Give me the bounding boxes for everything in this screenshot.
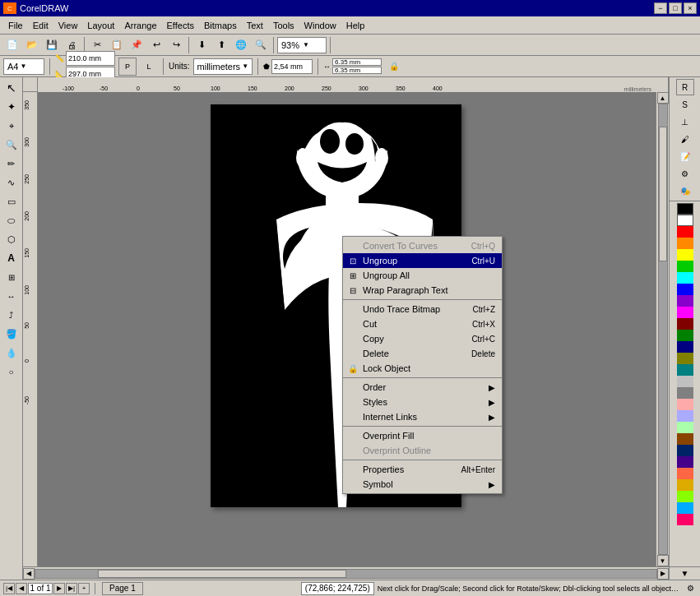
rt-btn-2[interactable]: S [676, 96, 694, 113]
swatch-coral[interactable] [677, 468, 693, 479]
menu-window[interactable]: Window [299, 19, 341, 32]
ctx-styles[interactable]: Styles ▶ [343, 395, 502, 409]
scroll-thumb-h[interactable] [98, 570, 346, 578]
swatch-darkgreen[interactable] [677, 330, 693, 341]
menu-effects[interactable]: Effects [162, 19, 199, 32]
swatch-teal[interactable] [677, 364, 693, 376]
page-tab[interactable]: Page 1 [102, 582, 143, 595]
scale-x-input[interactable]: 6.35 mm [332, 58, 382, 66]
swatch-purple[interactable] [677, 295, 693, 307]
scroll-track-h[interactable] [35, 569, 657, 579]
swatch-black[interactable] [677, 203, 693, 215]
scroll-left-button[interactable]: ◀ [23, 568, 35, 580]
ctx-overprint-outline[interactable]: Overprint Outline [343, 443, 502, 458]
swatch-lime[interactable] [677, 491, 693, 502]
freehand-tool[interactable]: ✏ [2, 155, 21, 173]
export-button[interactable]: ⬆ [212, 36, 230, 54]
next-page-button[interactable]: ▶ [53, 583, 65, 594]
rt-btn-5[interactable]: 📝 [676, 148, 694, 164]
ctx-ungroup-all[interactable]: ⊞ Ungroup All [343, 268, 502, 283]
swatch-aqua[interactable] [677, 502, 693, 514]
ctx-internet-links[interactable]: Internet Links ▶ [343, 409, 502, 424]
vertical-scrollbar[interactable]: ▲ ▼ [656, 92, 669, 566]
first-page-button[interactable]: |◀ [3, 583, 15, 594]
swatch-gold[interactable] [677, 479, 693, 491]
page-size-dropdown[interactable]: A4 ▼ [3, 58, 44, 75]
add-page-button[interactable]: + [78, 583, 90, 594]
units-dropdown[interactable]: millimeters ▼ [193, 58, 253, 75]
scroll-up-button[interactable]: ▲ [657, 92, 669, 104]
lock-ratio-button[interactable]: 🔒 [385, 58, 403, 76]
rt-btn-4[interactable]: 🖌 [676, 131, 694, 147]
ctx-delete[interactable]: Delete Delete [343, 346, 502, 361]
menu-arrange[interactable]: Arrange [119, 19, 161, 32]
swatch-green[interactable] [677, 261, 693, 272]
rt-btn-3[interactable]: ⊥ [676, 113, 694, 130]
swatch-lightgreen[interactable] [677, 422, 693, 433]
ctx-properties[interactable]: Properties Alt+Enter [343, 462, 502, 477]
zoom-dropdown[interactable]: 93% ▼ [277, 37, 327, 53]
last-page-button[interactable]: ▶| [66, 583, 77, 594]
menu-layout[interactable]: Layout [82, 19, 119, 32]
swatch-pink[interactable] [677, 399, 693, 410]
swatch-yellow[interactable] [677, 249, 693, 261]
swatch-magenta[interactable] [677, 307, 693, 318]
close-button[interactable]: × [684, 2, 697, 14]
scroll-right-button[interactable]: ▶ [657, 568, 669, 580]
scroll-down-button[interactable]: ▼ [657, 555, 669, 566]
scale-y-input[interactable]: 6.35 mm [332, 67, 382, 74]
connector-tool[interactable]: ⤴ [2, 306, 21, 324]
shape-tool[interactable]: ✦ [2, 98, 21, 116]
swatches-scroll-down[interactable]: ▼ [670, 566, 700, 580]
outline-tool[interactable]: ○ [2, 363, 21, 381]
landscape-button[interactable]: L [140, 58, 158, 76]
ctx-convert-to-curves[interactable]: Convert To Curves Ctrl+Q [343, 238, 502, 253]
menu-bitmaps[interactable]: Bitmaps [199, 19, 242, 32]
minimize-button[interactable]: − [654, 2, 667, 14]
prev-page-button[interactable]: ◀ [16, 583, 27, 594]
rect-tool[interactable]: ▭ [2, 192, 21, 210]
rt-btn-7[interactable]: 🎭 [676, 182, 694, 199]
rt-btn-6[interactable]: ⚙ [676, 165, 694, 182]
open-button[interactable]: 📂 [23, 36, 41, 54]
ctx-ungroup[interactable]: ⊡ Ungroup Ctrl+U [343, 253, 502, 268]
ctx-undo-trace[interactable]: Undo Trace Bitmap Ctrl+Z [343, 302, 502, 316]
undo-button[interactable]: ↩ [147, 36, 165, 54]
menu-view[interactable]: View [53, 19, 83, 32]
swatch-blue[interactable] [677, 284, 693, 295]
ctx-cut[interactable]: Cut Ctrl+X [343, 316, 502, 331]
menu-edit[interactable]: Edit [28, 19, 53, 32]
maximize-button[interactable]: □ [669, 2, 682, 14]
select-tool[interactable]: ↖ [2, 79, 21, 97]
ctx-order[interactable]: Order ▶ [343, 380, 502, 395]
zoom-in-button[interactable]: 🔍 [252, 36, 270, 54]
ctx-symbol[interactable]: Symbol ▶ [343, 477, 502, 492]
polygon-tool[interactable]: ⬡ [2, 230, 21, 248]
dimension-tool[interactable]: ↔ [2, 287, 21, 305]
swatch-navy[interactable] [677, 445, 693, 456]
swatch-darkblue[interactable] [677, 341, 693, 353]
swatch-rose[interactable] [677, 514, 693, 525]
zoom-tool[interactable]: 🔍 [2, 136, 21, 154]
swatch-lightblue[interactable] [677, 410, 693, 422]
scroll-track-v[interactable] [658, 104, 668, 555]
menu-help[interactable]: Help [341, 19, 370, 32]
redo-button[interactable]: ↪ [167, 36, 185, 54]
ctx-lock-object[interactable]: 🔒 Lock Object [343, 361, 502, 376]
ctx-wrap-text[interactable]: ⊟ Wrap Paragraph Text [343, 283, 502, 298]
swatch-indigo[interactable] [677, 456, 693, 468]
text-tool[interactable]: A [2, 249, 21, 267]
ctx-copy[interactable]: Copy Ctrl+C [343, 331, 502, 346]
table-tool[interactable]: ⊞ [2, 268, 21, 286]
swatch-red[interactable] [677, 226, 693, 238]
swatch-gray[interactable] [677, 387, 693, 399]
swatch-olive[interactable] [677, 353, 693, 364]
swatch-cyan[interactable] [677, 272, 693, 284]
swatch-silver[interactable] [677, 376, 693, 387]
menu-tools[interactable]: Tools [268, 19, 299, 32]
eyedropper-tool[interactable]: 💧 [2, 344, 21, 362]
swatch-orange[interactable] [677, 238, 693, 249]
portrait-button[interactable]: P [118, 58, 137, 76]
menu-file[interactable]: File [3, 19, 28, 32]
nudge-input[interactable]: 2,54 mm [271, 59, 313, 74]
